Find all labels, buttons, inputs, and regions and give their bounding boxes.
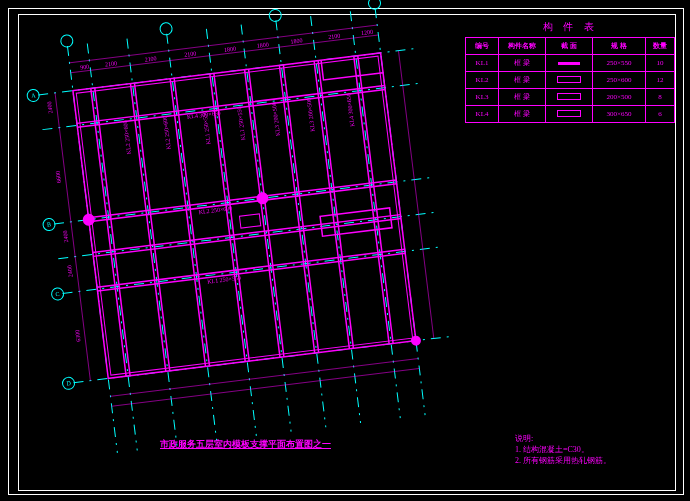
svg-text:2100: 2100	[328, 33, 341, 40]
svg-line-42	[314, 61, 349, 349]
svg-text:6300: 6300	[74, 330, 81, 343]
svg-line-2	[127, 39, 177, 446]
svg-text:KL3 200×500: KL3 200×500	[271, 102, 281, 136]
svg-text:1200: 1200	[361, 29, 374, 36]
svg-text:6600: 6600	[55, 171, 62, 184]
table-row: KL2 框 梁 250×600 12	[466, 72, 675, 89]
svg-text:A: A	[31, 92, 37, 99]
svg-line-48	[89, 180, 397, 218]
svg-point-55	[256, 192, 269, 205]
svg-text:KL1 250×550: KL1 250×550	[236, 106, 246, 140]
note-line-2: 2. 所有钢筋采用热轧钢筋。	[515, 455, 611, 466]
svg-line-41	[283, 65, 318, 353]
svg-rect-57	[320, 208, 392, 236]
notes-header: 说明:	[515, 433, 611, 444]
col-id: 编号	[466, 38, 499, 55]
svg-text:C: C	[55, 291, 60, 297]
svg-line-39	[249, 69, 284, 357]
svg-rect-58	[239, 214, 260, 228]
svg-text:D: D	[66, 380, 72, 387]
col-section: 截 面	[546, 38, 593, 55]
svg-text:2400: 2400	[66, 265, 73, 278]
parts-table: 构 件 表 编号 构件名称 截 面 规 格 数量 KL1 框 梁 250×550…	[465, 20, 675, 123]
svg-line-30	[91, 88, 126, 376]
svg-point-26	[269, 9, 282, 22]
svg-line-51	[93, 219, 401, 257]
section-icon	[557, 76, 581, 83]
svg-line-46	[77, 86, 385, 124]
notes-block: 说明: 1. 结构混凝土=C30。 2. 所有钢筋采用热轧钢筋。	[515, 433, 611, 467]
table-header-row: 编号 构件名称 截 面 规 格 数量	[466, 38, 675, 55]
svg-text:2100: 2100	[184, 50, 197, 57]
svg-text:1800: 1800	[290, 37, 303, 44]
svg-line-45	[358, 56, 393, 344]
svg-line-70	[110, 359, 418, 397]
svg-text:KL4 300×650: KL4 300×650	[345, 93, 355, 127]
svg-point-27	[368, 0, 381, 10]
section-icon	[558, 62, 580, 65]
svg-text:KL3 200×500: KL3 200×500	[306, 98, 316, 132]
svg-line-72	[55, 93, 90, 381]
svg-line-3	[167, 34, 217, 441]
svg-line-53	[98, 253, 406, 291]
col-qty: 数量	[646, 38, 675, 55]
svg-line-71	[112, 368, 420, 406]
svg-line-44	[354, 56, 389, 344]
note-line-1: 1. 结构混凝土=C30。	[515, 444, 611, 455]
svg-line-34	[170, 79, 205, 367]
svg-text:2100: 2100	[105, 60, 118, 67]
table-row: KL3 框 梁 200×500 8	[466, 89, 675, 106]
svg-line-50	[93, 215, 401, 253]
svg-line-37	[214, 73, 249, 361]
svg-text:1800: 1800	[224, 45, 237, 52]
section-icon	[557, 93, 581, 100]
svg-point-54	[82, 213, 95, 226]
table-row: KL1 框 梁 250×550 10	[466, 55, 675, 72]
svg-line-52	[97, 249, 405, 287]
svg-text:KL2 250×600: KL2 250×600	[122, 120, 132, 154]
svg-line-60	[69, 25, 377, 63]
svg-line-32	[130, 84, 165, 372]
parts-table-caption: 构 件 表	[465, 20, 675, 37]
section-icon	[557, 110, 581, 117]
svg-text:2400: 2400	[62, 230, 69, 243]
svg-point-25	[159, 22, 172, 35]
svg-text:KL2 250×600: KL2 250×600	[162, 115, 172, 149]
svg-text:B: B	[47, 221, 52, 227]
svg-line-59	[71, 35, 379, 73]
svg-text:1800: 1800	[256, 41, 269, 48]
col-spec: 规 格	[593, 38, 646, 55]
svg-line-8	[350, 11, 400, 418]
svg-line-78	[398, 51, 433, 339]
svg-point-24	[60, 34, 73, 47]
svg-text:2100: 2100	[144, 55, 157, 62]
svg-text:900: 900	[80, 63, 90, 70]
drawing-title: 市政服务五层室内模板支撑平面布置图之一	[160, 438, 331, 451]
col-name: 构件名称	[499, 38, 546, 55]
svg-text:2400: 2400	[46, 101, 53, 114]
table-row: KL4 框 梁 300×650 6	[466, 106, 675, 123]
